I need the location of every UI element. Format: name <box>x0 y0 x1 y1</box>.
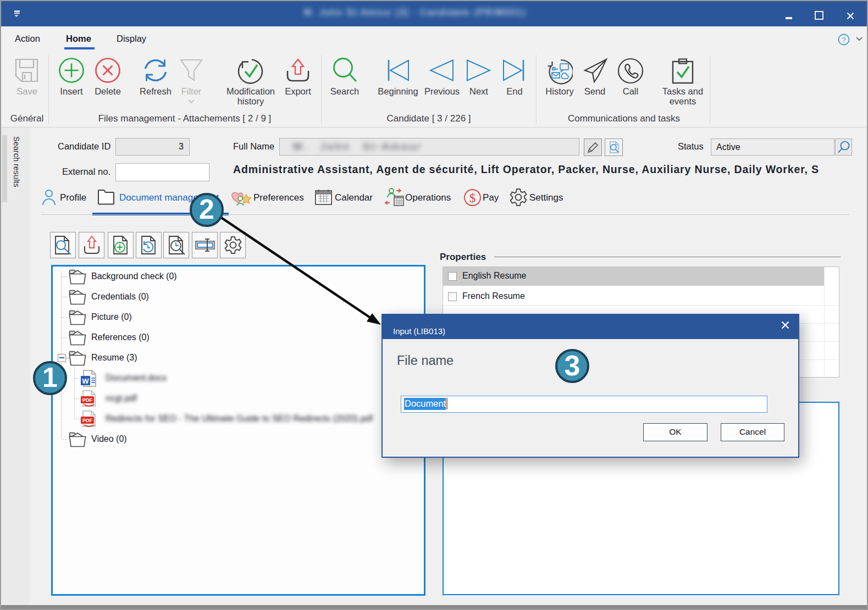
svg-text:PDF: PDF <box>82 418 93 423</box>
svg-text:?: ? <box>842 36 845 44</box>
svg-text:PDF: PDF <box>82 397 93 403</box>
svg-text:$: $ <box>469 191 476 205</box>
svg-text:W: W <box>82 377 89 385</box>
